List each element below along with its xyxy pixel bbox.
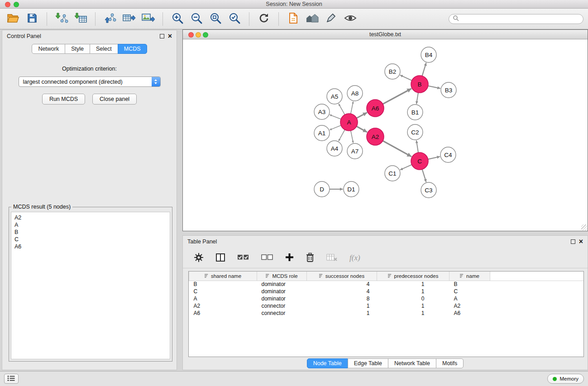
graph-edge-C-C2[interactable] [416,140,418,152]
graph-node-C3[interactable]: C3 [421,182,436,198]
resize-grip[interactable] [581,224,587,230]
network-minimize-icon[interactable] [196,32,201,38]
graph-edge-B-B4[interactable] [422,63,426,76]
table-cell[interactable]: 1 [377,310,449,317]
table-row[interactable]: Cdominator41C [189,288,584,295]
table-cell[interactable]: 1 [377,281,449,288]
table-cell[interactable]: connector [257,302,307,310]
tab-network[interactable]: Network [32,44,65,54]
task-history-button[interactable] [4,374,19,384]
table-cell[interactable]: A2 [189,302,257,310]
import-network-button[interactable] [53,10,70,28]
open-session-button[interactable] [5,10,22,28]
graph-edge-B-B2[interactable] [400,75,412,81]
table-cell[interactable]: 0 [377,295,449,302]
table-row[interactable]: Adominator80A [189,295,584,302]
table-cell[interactable]: C [449,288,490,295]
table-cell[interactable]: dominator [257,288,307,295]
tab-motifs[interactable]: Motifs [436,358,464,368]
table-row[interactable]: Bdominator41B [189,281,584,288]
table-cell[interactable]: A [189,295,257,302]
show-columns-icon[interactable] [215,253,225,263]
column-header-MCDS-role[interactable]: MCDS role [257,272,307,281]
tab-node-table[interactable]: Node Table [307,358,348,368]
tab-select[interactable]: Select [90,44,118,54]
graph-node-B2[interactable]: B2 [385,64,400,79]
table-cell[interactable]: A2 [449,302,490,310]
graph-node-B1[interactable]: B1 [407,105,423,120]
graph-edge-A-A4[interactable] [339,130,345,141]
graph-node-A3[interactable]: A3 [314,104,330,119]
home-button[interactable] [304,10,321,28]
export-network-button[interactable] [101,10,119,28]
column-header-name[interactable]: name [449,272,490,281]
table-cell[interactable]: 1 [307,302,377,310]
graph-node-A6[interactable]: A6 [367,100,384,117]
graph-node-A2[interactable]: A2 [367,128,384,145]
column-header-successor-nodes[interactable]: successor nodes [307,272,377,281]
mcds-result-item[interactable]: A2 [14,214,167,221]
graph-edge-C-C4[interactable] [428,157,440,159]
mcds-result-item[interactable]: B [14,229,167,236]
graph-node-A8[interactable]: A8 [347,86,363,101]
table-cell[interactable]: 8 [307,295,377,302]
table-cell[interactable]: 1 [377,288,449,295]
network-canvas[interactable]: B4B2BB3A8A5A6B1A3AC2A1A2A4A7C4CC1C3DD1 [183,39,588,231]
graph-edge-A-A2[interactable] [357,126,367,132]
graph-edge-A2-C[interactable] [383,141,411,157]
graph-edge-B-B3[interactable] [428,86,440,89]
graph-node-C2[interactable]: C2 [407,124,423,140]
optimization-criterion-dropdown[interactable]: largest connected component (directed) [19,76,161,87]
table-cell[interactable]: dominator [257,295,307,302]
zoom-window-icon[interactable] [14,2,19,7]
graph-node-B4[interactable]: B4 [421,47,436,62]
mcds-result-item[interactable]: C [14,236,167,243]
graph-edge-A-A3[interactable] [330,115,341,119]
network-zoom-icon[interactable] [203,32,208,38]
table-cell[interactable]: B [449,281,490,288]
delete-column-icon[interactable] [306,253,315,264]
graph-node-C[interactable]: C [411,152,428,170]
graph-node-A7[interactable]: A7 [347,143,363,159]
zoom-fit-button[interactable] [226,10,243,28]
select-all-icon[interactable] [237,254,249,262]
export-table-button[interactable] [120,10,138,28]
graph-edge-A6-B[interactable] [383,89,411,104]
graph-edge-A-A6[interactable] [357,113,367,118]
table-cell[interactable]: A [449,295,490,302]
column-header-shared-name[interactable]: shared name [189,272,257,281]
graph-edge-A-A5[interactable] [339,104,345,114]
network-window-titlebar[interactable]: testGlobe.txt [183,30,588,39]
graph-edge-A-A8[interactable] [351,101,354,114]
float-table-panel-icon[interactable] [571,239,575,244]
delete-table-icon[interactable] [326,253,338,263]
refresh-button[interactable] [255,10,272,28]
graph-node-A5[interactable]: A5 [327,89,342,104]
table-cell[interactable]: 1 [307,310,377,317]
close-panel-button[interactable]: Close panel [92,94,137,105]
tab-edge-table[interactable]: Edge Table [348,358,388,368]
mcds-result-item[interactable]: A [14,221,167,229]
graph-node-D1[interactable]: D1 [344,181,359,197]
close-panel-icon[interactable]: × [168,34,172,38]
table-cell[interactable]: A6 [189,310,257,317]
function-builder-icon[interactable]: f(x) [349,253,360,262]
table-cell[interactable]: dominator [257,281,307,288]
graph-node-C4[interactable]: C4 [440,147,456,162]
column-header-predecessor-nodes[interactable]: predecessor nodes [377,272,449,281]
zoom-in-button[interactable] [169,10,186,28]
graph-edge-B-B1[interactable] [416,93,418,104]
save-session-button[interactable] [24,10,41,28]
run-mcds-button[interactable]: Run MCDS [42,94,85,105]
table-cell[interactable]: B [189,281,257,288]
graph-node-D[interactable]: D [314,181,330,197]
graph-node-B[interactable]: B [411,76,428,93]
table-cell[interactable]: C [189,288,257,295]
zoom-out-button[interactable] [188,10,205,28]
graph-edge-C-C3[interactable] [422,169,426,182]
graph-edge-A-A7[interactable] [351,131,354,143]
float-panel-icon[interactable] [160,34,164,38]
add-column-icon[interactable] [285,253,294,263]
export-image-button[interactable] [139,10,157,28]
graph-node-A1[interactable]: A1 [314,125,330,141]
